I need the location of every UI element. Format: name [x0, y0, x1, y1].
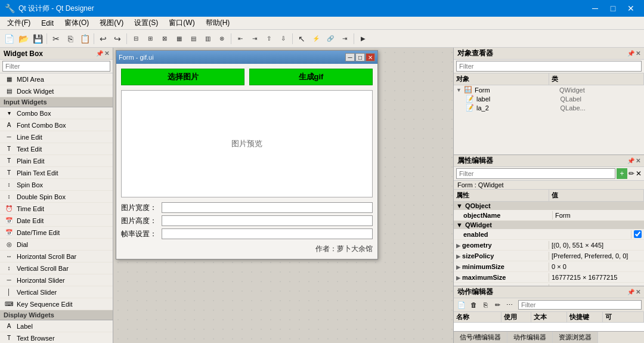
widget-box-filter-input[interactable] — [2, 61, 110, 72]
fps-input[interactable] — [162, 228, 373, 239]
toolbar-redo[interactable]: ↪ — [111, 32, 124, 45]
tab-signal-slot[interactable]: 信号/槽编辑器 — [454, 332, 507, 343]
menu-form[interactable]: 窗体(O) — [60, 17, 94, 29]
widget-item-text-edit[interactable]: T Text Edit — [0, 143, 113, 155]
toolbar-preview[interactable]: ▶ — [357, 32, 370, 45]
widget-item-dock-widget[interactable]: ▤ Dock Widget — [0, 85, 113, 97]
action-new-button[interactable]: 📄 — [456, 299, 467, 310]
widget-item-text-browser[interactable]: T Text Browser — [0, 332, 113, 343]
menu-settings[interactable]: 设置(S) — [129, 17, 163, 29]
form-close-button[interactable]: ✕ — [366, 53, 375, 61]
toolbar-connect[interactable]: ⚡ — [309, 32, 323, 45]
toolbar-cut[interactable]: ✂ — [49, 32, 63, 45]
toolbar-layout5[interactable]: ▤ — [187, 32, 200, 45]
prop-edit-icon[interactable]: ✏ — [628, 169, 634, 178]
widget-box-close[interactable]: ✕ — [104, 50, 109, 57]
widget-item-line-edit[interactable]: ─ Line Edit — [0, 131, 113, 143]
form-maximize-button[interactable]: □ — [355, 53, 365, 61]
toolbar-adjust1[interactable]: ⇤ — [234, 32, 247, 45]
toolbar-save[interactable]: 💾 — [31, 32, 44, 45]
toolbar-copy[interactable]: ⎘ — [64, 32, 77, 45]
toolbar-tab[interactable]: ⇥ — [338, 32, 351, 45]
toolbar-open[interactable]: 📂 — [17, 32, 30, 45]
widget-item-plain-text-edit[interactable]: T Plain Text Edit — [0, 167, 113, 179]
toolbar-new[interactable]: 📄 — [2, 32, 16, 45]
action-editor-pin[interactable]: 📌 — [627, 289, 634, 295]
action-more-button[interactable]: ⋯ — [504, 299, 515, 310]
prop-row-geometry[interactable]: ▶ geometry [(0, 0), 551 × 445] — [454, 240, 644, 251]
action-delete-button[interactable]: 🗑 — [468, 299, 479, 310]
tab-resource-browser[interactable]: 资源浏览器 — [553, 332, 598, 343]
toolbar-adjust4[interactable]: ⇩ — [277, 32, 290, 45]
widget-item-v-scroll[interactable]: ↕ Vertical Scroll Bar — [0, 262, 113, 274]
widget-item-datetime-edit[interactable]: 📅 Date/Time Edit — [0, 227, 113, 239]
widget-item-dial[interactable]: ◎ Dial — [0, 239, 113, 251]
widget-item-key-seq[interactable]: ⌨ Key Sequence Edit — [0, 298, 113, 310]
widget-item-plain-edit[interactable]: T Plain Edit — [0, 155, 113, 167]
toolbar-layout1[interactable]: ⊟ — [129, 32, 143, 45]
prop-delete-icon[interactable]: ✕ — [636, 169, 642, 178]
obj-row-label[interactable]: 📝 label QLabel — [454, 94, 644, 103]
toolbar-adjust2[interactable]: ⇥ — [248, 32, 261, 45]
action-copy-button[interactable]: ⎘ — [480, 299, 491, 310]
toolbar-pointer[interactable]: ↖ — [295, 32, 308, 45]
prop-editor-close[interactable]: ✕ — [636, 157, 640, 164]
select-image-button[interactable]: 选择图片 — [121, 69, 244, 85]
toolbar-adjust3[interactable]: ⇧ — [262, 32, 275, 45]
maximize-button[interactable]: □ — [605, 0, 621, 17]
menu-window[interactable]: 窗口(W) — [164, 17, 199, 29]
toolbar-break[interactable]: ⊗ — [215, 32, 228, 45]
toolbar-undo[interactable]: ↩ — [97, 32, 110, 45]
toolbar-paste[interactable]: 📋 — [78, 32, 91, 45]
widget-item-date-edit[interactable]: 📅 Date Edit — [0, 215, 113, 227]
prop-add-button[interactable]: + — [617, 168, 627, 179]
obj-row-label2[interactable]: 📝 la_2 QLabe... — [454, 103, 644, 112]
form-minimize-button[interactable]: ─ — [345, 53, 355, 61]
height-input[interactable] — [162, 215, 373, 226]
menu-file[interactable]: 文件(F) — [2, 17, 35, 29]
action-filter-input[interactable] — [518, 300, 642, 310]
menu-help[interactable]: 帮助(H) — [201, 17, 235, 29]
prop-row-minsize[interactable]: ▶ minimumSize 0 × 0 — [454, 261, 644, 272]
widget-item-v-slider[interactable]: │ Vertical Slider — [0, 286, 113, 298]
action-editor-close[interactable]: ✕ — [636, 289, 640, 295]
widget-item-combo-box[interactable]: ▾ Combo Box — [0, 107, 113, 119]
widget-item-time-edit[interactable]: ⏰ Time Edit — [0, 203, 113, 215]
widget-item-double-spin-box[interactable]: ↕ Double Spin Box — [0, 191, 113, 203]
prop-editor-pin[interactable]: 📌 — [627, 157, 634, 164]
prop-row-enabled[interactable]: enabled — [454, 229, 644, 240]
menu-view[interactable]: 视图(V) — [95, 17, 128, 29]
toolbar-layout4[interactable]: ▦ — [172, 32, 185, 45]
obj-inspector-pin[interactable]: 📌 — [627, 50, 634, 57]
prop-row-sizeincrement[interactable]: ▶ sizeIncrement 0 × 0 — [454, 283, 644, 286]
close-button[interactable]: ✕ — [623, 0, 639, 17]
widget-item-h-scroll[interactable]: ↔ Horizontal Scroll Bar — [0, 251, 113, 262]
width-input[interactable] — [162, 202, 373, 213]
widget-item-mdi-area[interactable]: ▦ MDI Area — [0, 73, 113, 85]
widget-item-h-slider[interactable]: ─ Horizontal Slider — [0, 274, 113, 286]
action-edit-button[interactable]: ✏ — [492, 299, 503, 310]
prop-section-qobject[interactable]: ▼ QObject — [454, 202, 644, 210]
widget-item-spin-box[interactable]: ↕ Spin Box — [0, 179, 113, 191]
menu-edit[interactable]: Edit — [36, 18, 58, 29]
toolbar-layout2[interactable]: ⊞ — [144, 32, 157, 45]
tab-action-editor[interactable]: 动作编辑器 — [507, 332, 553, 343]
widget-box-pin[interactable]: 📌 — [96, 50, 103, 57]
toolbar-buddy[interactable]: 🔗 — [324, 32, 337, 45]
prop-filter-input[interactable] — [456, 168, 615, 179]
obj-row-form[interactable]: ▼ 🪟 Form QWidget — [454, 85, 644, 94]
obj-filter-input[interactable] — [456, 61, 642, 72]
widget-item-font-combo-box[interactable]: A Font Combo Box — [0, 119, 113, 131]
toolbar-layout6[interactable]: ▥ — [201, 32, 214, 45]
widget-box-title: Widget Box — [4, 50, 43, 58]
obj-inspector-close[interactable]: ✕ — [636, 50, 640, 57]
generate-gif-button[interactable]: 生成gif — [249, 69, 373, 85]
prop-section-qwidget[interactable]: ▼ QWidget — [454, 221, 644, 229]
widget-item-label[interactable]: A Label — [0, 320, 113, 332]
toolbar-layout3[interactable]: ⊠ — [158, 32, 171, 45]
minimize-button[interactable]: ─ — [587, 0, 603, 17]
prop-row-sizepolicy[interactable]: ▶ sizePolicy [Preferred, Preferred, 0, 0… — [454, 251, 644, 261]
prop-row-objectname[interactable]: objectName Form — [454, 210, 644, 221]
prop-row-maxsize[interactable]: ▶ maximumSize 16777215 × 16777215 — [454, 272, 644, 283]
widget-list: ▦ MDI Area ▤ Dock Widget Input Widgets ▾… — [0, 73, 113, 343]
